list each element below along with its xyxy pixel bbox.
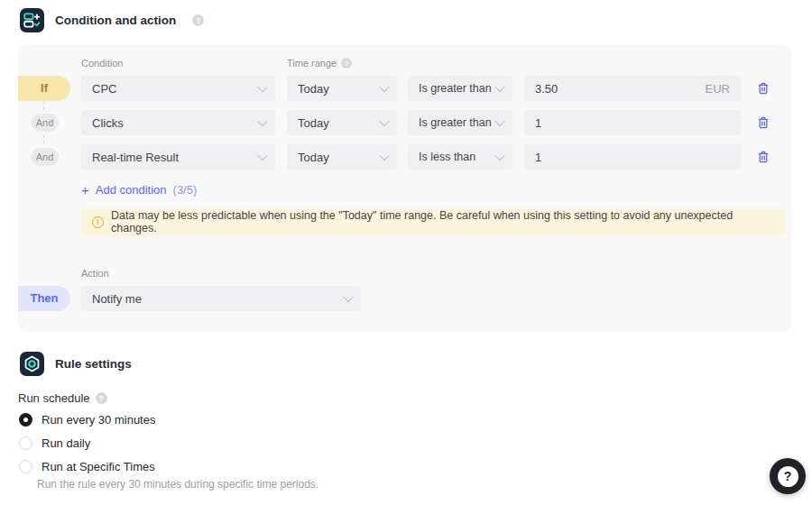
radio-label: Run daily xyxy=(42,436,90,450)
condition-rows: If CPC Today Is greater than EUR xyxy=(18,76,792,170)
value-field: EUR xyxy=(524,76,741,101)
time-range-select[interactable]: Today xyxy=(287,110,397,135)
run-schedule-options: Run every 30 minutes Run daily Run at Sp… xyxy=(19,413,155,483)
trash-icon xyxy=(756,81,770,96)
operator-select[interactable]: Is less than xyxy=(408,144,512,170)
condition-row: And Clicks Today Is greater than xyxy=(18,110,792,135)
trash-icon xyxy=(756,115,770,130)
condition-help-icon[interactable]: ? xyxy=(192,14,204,26)
metric-select[interactable]: Clicks xyxy=(81,110,275,135)
radio-button[interactable] xyxy=(19,413,32,427)
value-input[interactable] xyxy=(535,82,706,96)
delete-condition-button[interactable] xyxy=(755,115,771,131)
condition-card: Condition Time range ? If CPC Today Is g… xyxy=(18,45,792,332)
operator-select[interactable]: Is greater than xyxy=(408,110,512,135)
chevron-down-icon xyxy=(494,151,504,161)
action-select[interactable]: Notify me xyxy=(81,286,361,311)
radio-button[interactable] xyxy=(19,436,32,450)
value-input[interactable] xyxy=(535,116,730,130)
chevron-down-icon xyxy=(257,82,267,92)
run-schedule-label: Run schedule ? xyxy=(18,391,107,405)
time-range-select[interactable]: Today xyxy=(287,144,397,170)
run-schedule-help-icon[interactable]: ? xyxy=(96,392,107,404)
chevron-down-icon xyxy=(379,116,389,126)
connector-pill: And xyxy=(31,148,59,166)
chevron-down-icon xyxy=(379,82,389,92)
condition-action-header: Condition and action ? xyxy=(20,8,204,32)
value-field xyxy=(524,144,741,170)
schedule-note: Run the rule every 30 minutes during spe… xyxy=(37,478,318,491)
chevron-down-icon xyxy=(257,151,267,161)
operator-select-value: Is greater than xyxy=(419,116,496,129)
action-column-label: Action xyxy=(81,268,792,279)
chevron-down-icon xyxy=(494,116,504,126)
run-schedule-option[interactable]: Run every 30 minutes xyxy=(19,413,155,427)
metric-select-value: CPC xyxy=(92,82,259,96)
metric-select[interactable]: Real-time Result xyxy=(81,144,275,170)
automated-rule-page: Condition and action ? Condition Time ra… xyxy=(0,0,812,505)
connector-pill: If xyxy=(18,76,70,101)
run-schedule-option[interactable]: Run daily xyxy=(19,436,155,450)
operator-select-value: Is less than xyxy=(419,151,496,163)
time-range-select-value: Today xyxy=(298,82,381,96)
question-fab-icon: ? xyxy=(778,466,798,487)
chevron-down-icon xyxy=(379,151,389,161)
warning-icon: ! xyxy=(92,216,104,228)
radio-button[interactable] xyxy=(19,460,32,473)
value-field xyxy=(524,110,741,135)
trash-icon xyxy=(756,150,770,164)
condition-action-icon xyxy=(20,8,44,32)
rule-settings-icon xyxy=(20,352,44,376)
operator-select-value: Is greater than xyxy=(419,82,496,95)
currency-suffix: EUR xyxy=(706,82,730,96)
help-fab-button[interactable]: ? xyxy=(770,458,806,494)
action-select-value: Notify me xyxy=(92,292,345,306)
plus-icon: + xyxy=(81,183,89,197)
metric-select-value: Real-time Result xyxy=(92,151,259,164)
delete-condition-button[interactable] xyxy=(755,149,771,165)
then-connector-pill: Then xyxy=(18,286,70,311)
time-range-select[interactable]: Today xyxy=(287,76,397,101)
run-schedule-option[interactable]: Run at Specific Times xyxy=(19,460,155,473)
operator-select[interactable]: Is greater than xyxy=(408,76,512,101)
metric-select[interactable]: CPC xyxy=(81,76,275,101)
value-input[interactable] xyxy=(535,151,730,164)
chevron-down-icon xyxy=(257,116,267,126)
condition-action-title: Condition and action xyxy=(55,14,176,27)
radio-label: Run at Specific Times xyxy=(42,460,155,473)
add-condition-count: (3/5) xyxy=(173,183,198,197)
chevron-down-icon xyxy=(343,292,353,302)
add-condition-label: Add condition xyxy=(96,183,167,197)
field-labels: Condition Time range ? xyxy=(81,58,792,69)
condition-column-label: Condition xyxy=(81,58,287,69)
today-warning-banner: ! Data may be less predictable when usin… xyxy=(81,208,785,235)
time-range-select-value: Today xyxy=(298,151,381,164)
rule-settings-header: Rule settings xyxy=(20,352,132,376)
connector-pill: And xyxy=(31,114,59,132)
time-range-select-value: Today xyxy=(298,116,381,130)
warning-text: Data may be less predictable when using … xyxy=(111,209,774,234)
chevron-down-icon xyxy=(494,82,504,92)
time-range-help-icon[interactable]: ? xyxy=(341,58,352,69)
add-condition-button[interactable]: + Add condition (3/5) xyxy=(81,183,197,197)
time-range-column-label: Time range ? xyxy=(287,58,352,69)
metric-select-value: Clicks xyxy=(92,116,259,130)
condition-row: If CPC Today Is greater than EUR xyxy=(18,76,792,101)
condition-row: And Real-time Result Today Is less than xyxy=(18,144,792,170)
radio-label: Run every 30 minutes xyxy=(42,413,155,427)
delete-condition-button[interactable] xyxy=(755,80,771,96)
rule-settings-title: Rule settings xyxy=(55,357,132,371)
then-row: Then Notify me xyxy=(18,286,792,311)
